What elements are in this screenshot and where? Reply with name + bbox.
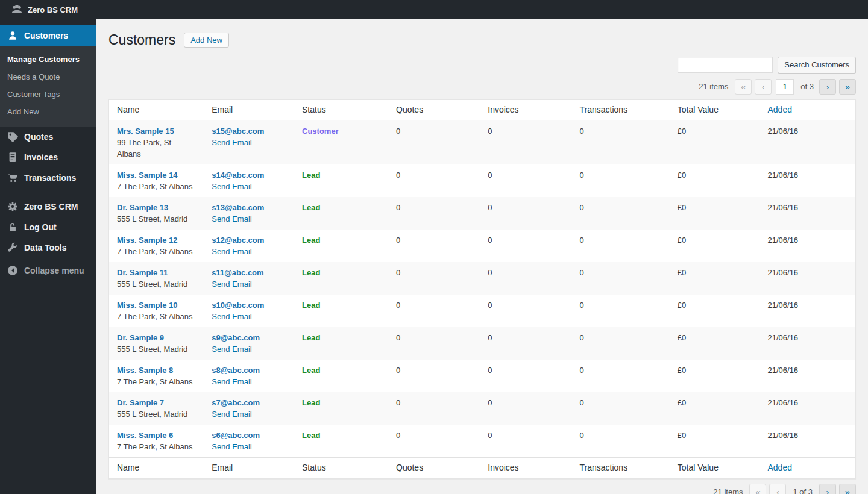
customer-email-link[interactable]: s11@abc.com: [212, 267, 263, 278]
send-email-link[interactable]: Send Email: [212, 214, 251, 224]
customer-name-link[interactable]: Dr. Sample 7: [117, 398, 164, 407]
search-input[interactable]: [678, 57, 773, 73]
customer-name-link[interactable]: Miss. Sample 6: [117, 431, 173, 440]
sidebar-item-customers[interactable]: Customers: [0, 25, 96, 46]
name-cell: Miss. Sample 6 7 The Park, St Albans: [109, 425, 204, 457]
send-email-link[interactable]: Send Email: [212, 442, 251, 451]
status-badge[interactable]: Lead: [302, 333, 320, 342]
customer-email-link[interactable]: s9@abc.com: [212, 332, 260, 343]
customer-email-link[interactable]: s10@abc.com: [212, 299, 264, 311]
search-customers-button[interactable]: Search Customers: [778, 57, 856, 73]
sidebar-item-transactions[interactable]: Transactions: [0, 167, 96, 188]
send-email-link[interactable]: Send Email: [212, 377, 251, 386]
customer-email-link[interactable]: s12@abc.com: [212, 234, 264, 246]
status-badge[interactable]: Lead: [302, 203, 320, 212]
send-email-link[interactable]: Send Email: [212, 410, 251, 419]
sidebar-item-invoices[interactable]: Invoices: [0, 147, 96, 167]
gear-icon: [7, 201, 18, 212]
quotes-count: 0: [388, 230, 480, 262]
column-header-email: Email: [204, 457, 294, 478]
sidebar-item-log-out[interactable]: Log Out: [0, 217, 96, 237]
customer-name-link[interactable]: Miss. Sample 14: [117, 170, 177, 180]
submenu-item-add-new[interactable]: Add New: [0, 103, 96, 120]
send-email-link[interactable]: Send Email: [212, 182, 251, 191]
send-email-link[interactable]: Send Email: [212, 280, 251, 289]
status-badge[interactable]: Lead: [302, 301, 320, 310]
customer-email-link[interactable]: s15@abc.com: [212, 125, 264, 137]
submenu-item-customer-tags[interactable]: Customer Tags: [0, 86, 96, 103]
status-cell: Lead: [294, 360, 388, 392]
collapse-menu-button[interactable]: Collapse menu: [0, 260, 96, 281]
customer-address: 555 L Street, Madrid: [117, 278, 196, 290]
current-page-input[interactable]: [776, 79, 794, 95]
last-page-button[interactable]: »: [839, 484, 856, 494]
pagination-top: 21 items « ‹ of 3 › »: [108, 79, 856, 95]
sidebar-item-zero-bs-crm[interactable]: Zero BS CRM: [0, 196, 96, 217]
sidebar-item-quotes[interactable]: Quotes: [0, 127, 96, 147]
status-cell: Lead: [294, 230, 388, 262]
prev-page-button[interactable]: ‹: [755, 79, 772, 95]
next-page-button[interactable]: ›: [819, 79, 836, 95]
page-position-label: 1 of 3: [793, 487, 813, 494]
status-badge[interactable]: Lead: [302, 236, 320, 245]
column-header-added[interactable]: Added: [760, 457, 856, 478]
send-email-link[interactable]: Send Email: [212, 138, 251, 147]
customer-name-link[interactable]: Miss. Sample 12: [117, 236, 177, 245]
total-value: £0: [670, 120, 760, 164]
status-badge[interactable]: Lead: [302, 398, 320, 407]
collapse-icon: [7, 265, 18, 276]
customer-name-link[interactable]: Miss. Sample 8: [117, 366, 173, 375]
submenu-item-manage-customers[interactable]: Manage Customers: [0, 51, 96, 68]
send-email-link[interactable]: Send Email: [212, 247, 251, 256]
invoices-count: 0: [480, 425, 571, 457]
added-date: 21/06/16: [760, 120, 856, 164]
cart-icon: [7, 172, 18, 183]
admin-bar-site-menu[interactable]: Zero BS CRM: [6, 0, 83, 19]
customer-address: 555 L Street, Madrid: [117, 408, 196, 420]
customer-name-link[interactable]: Mrs. Sample 15: [117, 127, 174, 136]
total-value: £0: [670, 164, 760, 197]
add-new-button[interactable]: Add New: [184, 33, 229, 48]
last-page-button[interactable]: »: [839, 79, 856, 95]
column-header-total-value: Total Value: [670, 100, 760, 121]
email-cell: s14@abc.com Send Email: [204, 164, 294, 197]
first-page-button[interactable]: «: [749, 484, 766, 494]
transactions-count: 0: [572, 327, 670, 360]
total-value: £0: [670, 392, 760, 425]
customer-name-link[interactable]: Miss. Sample 10: [117, 301, 177, 310]
email-cell: s8@abc.com Send Email: [204, 360, 294, 392]
customer-name-link[interactable]: Dr. Sample 13: [117, 203, 168, 212]
status-badge[interactable]: Lead: [302, 268, 320, 277]
status-badge[interactable]: Customer: [302, 127, 339, 136]
send-email-link[interactable]: Send Email: [212, 312, 251, 321]
quotes-count: 0: [388, 262, 480, 295]
next-page-button[interactable]: ›: [819, 484, 836, 494]
table-row: Miss. Sample 14 7 The Park, St Albans s1…: [109, 164, 855, 197]
email-cell: s10@abc.com Send Email: [204, 295, 294, 327]
column-header-status: Status: [294, 457, 388, 478]
status-badge[interactable]: Lead: [302, 431, 320, 440]
send-email-link[interactable]: Send Email: [212, 345, 251, 354]
transactions-count: 0: [572, 295, 670, 327]
customer-email-link[interactable]: s13@abc.com: [212, 202, 264, 213]
customer-email-link[interactable]: s14@abc.com: [212, 169, 264, 181]
customer-name-link[interactable]: Dr. Sample 11: [117, 268, 168, 277]
table-row: Dr. Sample 13 555 L Street, Madrid s13@a…: [109, 197, 855, 230]
prev-page-button[interactable]: ‹: [769, 484, 786, 494]
column-header-added[interactable]: Added: [760, 100, 856, 121]
customer-email-link[interactable]: s8@abc.com: [212, 364, 260, 376]
customer-name-link[interactable]: Dr. Sample 9: [117, 333, 164, 342]
added-date: 21/06/16: [760, 360, 856, 392]
customer-email-link[interactable]: s6@abc.com: [212, 430, 260, 441]
status-cell: Lead: [294, 327, 388, 360]
status-badge[interactable]: Lead: [302, 170, 320, 180]
customer-email-link[interactable]: s7@abc.com: [212, 397, 260, 408]
submenu-item-needs-a-quote[interactable]: Needs a Quote: [0, 68, 96, 86]
email-cell: s15@abc.com Send Email: [204, 120, 294, 164]
first-page-button[interactable]: «: [735, 79, 752, 95]
sidebar-item-data-tools[interactable]: Data Tools: [0, 237, 96, 258]
status-badge[interactable]: Lead: [302, 366, 320, 375]
name-cell: Miss. Sample 8 7 The Park, St Albans: [109, 360, 204, 392]
customer-address: 555 L Street, Madrid: [117, 343, 196, 355]
quotes-count: 0: [388, 164, 480, 197]
